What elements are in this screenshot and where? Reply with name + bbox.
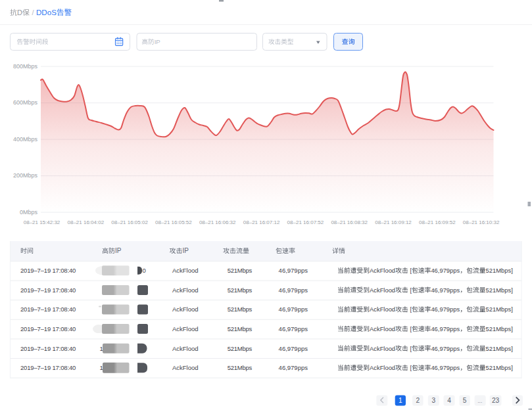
svg-text:AckFlood: AckFlood (370, 267, 395, 274)
svg-text:17:08:40: 17:08:40 (52, 267, 76, 274)
svg-text:DDoS: DDoS (36, 8, 57, 16)
svg-text:0: 0 (143, 267, 146, 274)
svg-text:23: 23 (492, 397, 500, 404)
svg-text:...: ... (477, 398, 482, 404)
svg-text:3: 3 (431, 397, 435, 404)
svg-text:4: 4 (447, 397, 451, 404)
svg-text:08–21 16:09:12: 08–21 16:09:12 (375, 219, 412, 225)
svg-text:08–21 16:05:02: 08–21 16:05:02 (111, 219, 148, 225)
svg-text:400Mbps: 400Mbps (13, 136, 38, 143)
svg-text:1: 1 (399, 397, 402, 404)
svg-text:521Mbps: 521Mbps (486, 267, 512, 274)
svg-text:2: 2 (416, 397, 420, 404)
svg-text:]: ] (511, 267, 513, 274)
svg-text:IP: IP (115, 247, 122, 254)
svg-text:AckFlood: AckFlood (172, 267, 199, 274)
svg-text:46,979pps: 46,979pps (279, 267, 308, 274)
svg-text:200Mbps: 200Mbps (13, 172, 38, 179)
svg-text:08–21 16:07:52: 08–21 16:07:52 (287, 219, 324, 225)
svg-text:[: [ (410, 267, 412, 274)
svg-text:08–21 16:08:32: 08–21 16:08:32 (331, 219, 368, 225)
svg-text:521Mbps: 521Mbps (228, 267, 253, 274)
svg-text:2019–7–19: 2019–7–19 (20, 267, 51, 274)
svg-text:600Mbps: 600Mbps (13, 99, 38, 106)
svg-text:08–21 16:09:52: 08–21 16:09:52 (419, 219, 456, 225)
svg-text:08–21 16:05:52: 08–21 16:05:52 (155, 219, 192, 225)
svg-text:08–21 16:07:12: 08–21 16:07:12 (243, 219, 280, 225)
svg-text:08–21 15:42:32: 08–21 15:42:32 (24, 219, 60, 225)
svg-text:800Mbps: 800Mbps (13, 63, 38, 70)
svg-text:IP: IP (155, 38, 160, 45)
svg-text:08–21 16:06:32: 08–21 16:06:32 (199, 219, 236, 225)
svg-text:0Mbps: 0Mbps (20, 209, 38, 216)
svg-text:08–21 16:10:32: 08–21 16:10:32 (463, 219, 500, 225)
svg-text:5: 5 (463, 397, 467, 404)
svg-text:IP: IP (183, 247, 189, 254)
svg-text:08–21 16:04:02: 08–21 16:04:02 (67, 219, 104, 225)
svg-text:46,979pps: 46,979pps (431, 267, 460, 274)
svg-text:D: D (17, 9, 22, 16)
